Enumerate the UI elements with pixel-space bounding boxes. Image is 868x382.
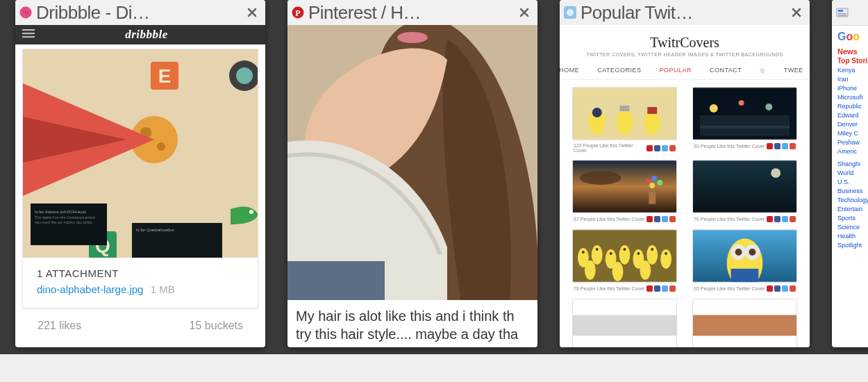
nav-categories[interactable]: CATEGORIES	[597, 67, 641, 74]
news-section-link[interactable]: Business	[837, 188, 868, 194]
svg-rect-43	[649, 192, 656, 204]
headline-link[interactable]: Republic	[837, 102, 868, 111]
nav-tweet[interactable]: TWEE	[784, 67, 810, 74]
svg-rect-74	[731, 269, 759, 282]
headline-link[interactable]: Denver	[837, 120, 868, 129]
nav-home[interactable]: HOME	[560, 67, 579, 74]
tab-card-google-news[interactable]: Goo News Top Stories KenyaIraniPhoneMicr…	[832, 0, 868, 347]
google-news-favicon	[836, 6, 849, 19]
news-section-link[interactable]: Science	[837, 224, 868, 231]
svg-rect-80	[838, 15, 846, 16]
dribbble-header-bar: dribbble	[15, 25, 265, 44]
nav-rss-icon[interactable]: ◎	[760, 67, 766, 74]
svg-text:was much like our modern day t: was much like our modern day turtles	[35, 220, 92, 224]
svg-point-42	[580, 171, 621, 185]
svg-rect-76	[693, 315, 796, 336]
headline-link[interactable]: iPhone	[837, 84, 868, 93]
headline-link[interactable]: Kenya	[837, 66, 868, 75]
headline-link[interactable]: Edward	[837, 111, 868, 120]
svg-rect-41	[573, 160, 676, 213]
svg-rect-34	[647, 107, 657, 114]
svg-point-27	[567, 9, 574, 16]
svg-rect-78	[838, 10, 843, 12]
attachment-header: 1 ATTACHMENT	[37, 267, 244, 279]
share-icons[interactable]	[767, 143, 796, 149]
tab-close-button[interactable]	[244, 5, 260, 20]
cover-thumb[interactable]	[572, 87, 677, 140]
tab-card-pinterest[interactable]: P Pinterest / H…	[287, 0, 537, 347]
cover-thumb[interactable]	[692, 160, 797, 213]
svg-rect-36	[700, 115, 790, 136]
twitrcovers-favicon	[564, 6, 576, 19]
tab-close-button[interactable]	[517, 5, 532, 20]
tab-card-dribbble[interactable]: Dribbble - Di… dribbble	[15, 0, 265, 347]
cover-likes: 78 People Like this Twitter Cover	[574, 286, 644, 291]
site-nav: HOME CATEGORIES POPULAR CONTACT ◎ TWEE	[560, 67, 810, 80]
svg-point-65	[637, 252, 640, 255]
share-icons[interactable]	[646, 285, 676, 292]
cover-thumb[interactable]	[692, 229, 797, 283]
svg-point-12	[249, 210, 253, 214]
likes-count: 221 likes	[37, 319, 81, 332]
tab-title: Popular Twit…	[581, 3, 785, 22]
nav-contact[interactable]: CONTACT	[710, 67, 742, 74]
headline-link[interactable]: Americ	[837, 147, 868, 156]
news-section-link[interactable]: Technology	[837, 197, 868, 204]
headline-link[interactable]: Microsoft	[837, 93, 868, 102]
buckets-count: 15 buckets	[190, 319, 243, 332]
nav-popular[interactable]: POPULAR	[660, 67, 692, 74]
cover-thumb[interactable]	[692, 87, 797, 140]
tab-title: Pinterest / H…	[308, 3, 512, 22]
svg-point-72	[735, 249, 742, 256]
news-section-link[interactable]: Shanghi	[837, 160, 868, 167]
share-icons[interactable]	[767, 285, 796, 292]
news-section-link[interactable]: World	[837, 169, 868, 176]
dribbble-shot-card[interactable]: E Q Is for Adocus (uh-DOH-kus) This rept…	[22, 49, 258, 308]
google-logo: Goo	[837, 31, 868, 43]
svg-text:Is for Adocus (uh-DOH-kus): Is for Adocus (uh-DOH-kus)	[35, 210, 86, 214]
headline-link[interactable]: Iran	[837, 75, 868, 84]
svg-rect-75	[573, 315, 676, 336]
svg-point-31	[617, 110, 633, 135]
cover-likes: 65 People Like this Twitter Cover	[694, 286, 765, 291]
headline-link[interactable]: Miley C	[837, 129, 868, 138]
share-icons[interactable]	[767, 216, 796, 222]
share-icons[interactable]	[646, 145, 676, 151]
news-section-link[interactable]: Entertain	[837, 206, 868, 213]
attachment-file-size: 1 MB	[151, 283, 175, 295]
svg-point-49	[771, 168, 781, 178]
share-icons[interactable]	[646, 216, 676, 222]
cover-likes: 76 People Like this Twitter Cover	[694, 217, 765, 222]
svg-point-62	[596, 248, 599, 251]
svg-text:This reptile from the Cretaceo: This reptile from the Cretaceous period	[35, 215, 95, 219]
tab-close-button[interactable]	[789, 5, 804, 20]
headline-link[interactable]: Peshaw	[837, 138, 868, 147]
cover-likes: 87 People Like this Twitter Cover	[574, 217, 644, 222]
tab-card-twitrcovers[interactable]: Popular Twit… TwitrCovers TWITTER COVERS…	[560, 0, 810, 347]
cover-thumb[interactable]	[572, 299, 677, 347]
svg-point-58	[585, 260, 596, 280]
svg-point-63	[610, 252, 612, 255]
attachment-file-link[interactable]: dino-alphabet-large.jpg	[37, 283, 143, 295]
svg-point-46	[657, 180, 662, 185]
svg-rect-3	[22, 36, 35, 38]
cover-thumb[interactable]	[572, 229, 677, 283]
pin-image[interactable]	[287, 25, 537, 300]
svg-point-39	[765, 103, 772, 110]
news-section-link[interactable]: Spotlight	[837, 242, 868, 249]
svg-point-30	[592, 108, 602, 117]
cover-likes: 93 People Like this Twitter Cover	[694, 144, 765, 149]
news-section-link[interactable]: Sports	[837, 215, 868, 222]
pin-caption: My hair is alot like this and i think th…	[287, 300, 537, 343]
cover-likes: 122 People Like this Twitter Cover	[574, 143, 646, 153]
svg-point-61	[582, 251, 585, 254]
news-section-link[interactable]: U.S.	[837, 178, 868, 185]
hamburger-icon[interactable]	[22, 27, 35, 42]
svg-point-66	[651, 248, 653, 251]
cover-thumb[interactable]	[572, 160, 677, 213]
dribbble-favicon	[19, 6, 32, 19]
svg-point-37	[710, 104, 718, 113]
news-section-link[interactable]: Health	[837, 233, 868, 240]
svg-point-60	[640, 260, 651, 280]
cover-thumb[interactable]	[692, 299, 797, 347]
